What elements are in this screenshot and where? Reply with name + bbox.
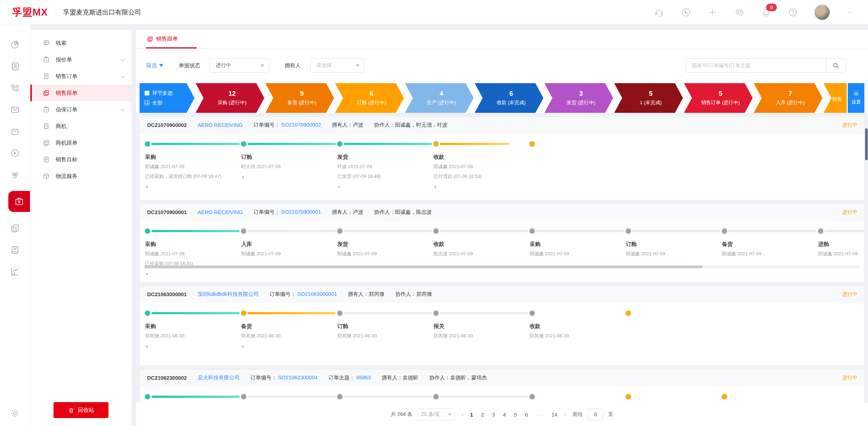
stage-arrow-备货 (进行中)[interactable]: 9备货 (进行中): [265, 83, 334, 113]
stage-all-label[interactable]: 全部: [152, 100, 162, 106]
sidebar-item-销售订单[interactable]: 销售订单: [30, 68, 132, 85]
search-input[interactable]: [686, 58, 826, 73]
rail-item-compass[interactable]: [10, 148, 21, 158]
timeline-segment: [825, 230, 864, 232]
pagination-bar: 共 264 条 20 条/页 ‹ 123456···14 › 前往 页: [136, 403, 868, 426]
step-expand-caret[interactable]: ▼: [145, 272, 241, 276]
clipboard-dollar-icon: $: [43, 56, 50, 63]
plus-icon[interactable]: [707, 7, 718, 17]
timeline-step-采购: 采购阳诚鑫 2021-07-09: [530, 229, 626, 257]
order-topic-link[interactable]: 95863: [356, 375, 371, 380]
stage-arrow-收款 (未完成)[interactable]: 6收款 (未完成): [475, 83, 543, 113]
step-expand-caret[interactable]: ▼: [241, 344, 337, 349]
sidebar-item-销售跟单[interactable]: 销售跟单: [30, 85, 132, 101]
rail-item-sitemap[interactable]: [10, 82, 21, 93]
rail-item-briefcase-dollar-active[interactable]: $: [8, 191, 30, 212]
phone-circle-icon[interactable]: [681, 7, 691, 17]
stage-arrow-订舱 (进行中)[interactable]: 6订舱 (进行中): [335, 83, 404, 113]
stage-arrow-发货 (进行中)[interactable]: 3发货 (进行中): [544, 83, 613, 113]
stage-arrow-销售订单 (进行中)[interactable]: 5销售订单 (进行中): [684, 83, 753, 113]
page-number-14[interactable]: 14: [551, 412, 557, 418]
stage-arrow-生产 (进行中)[interactable]: 4生产 (进行中): [405, 83, 474, 113]
timeline-segment: [151, 396, 240, 398]
goto-page-input[interactable]: [588, 408, 603, 421]
rail-item-pie-chart[interactable]: [10, 39, 21, 50]
recycle-bin-button[interactable]: 回收站: [54, 402, 108, 418]
stage-arrow-入库 (进行中)[interactable]: 7入库 (进行中): [754, 83, 822, 113]
prev-page-button[interactable]: ‹: [460, 411, 465, 418]
page-size-select[interactable]: 20 条/页: [417, 408, 455, 421]
stage-arrow-采购 (进行中)[interactable]: 12采购 (进行中): [196, 83, 264, 113]
sidebar-item-信保订单[interactable]: $信保订单: [30, 101, 132, 118]
order-card-list: DC21070900002AERO RECEIVING订单编号：SO210709…: [136, 113, 868, 403]
step-expand-caret[interactable]: ▼: [241, 175, 337, 179]
customer-link[interactable]: 深圳kdkdkdk科技有限公司: [198, 291, 259, 298]
sidebar-item-线索[interactable]: 线索: [30, 35, 132, 51]
owner-select[interactable]: 请选择: [310, 58, 364, 73]
vertical-scrollbar-thumb[interactable]: [865, 128, 868, 160]
rail-item-network[interactable]: [10, 169, 21, 180]
order-number-link[interactable]: SO21070900002: [281, 122, 321, 128]
rail-item-contacts[interactable]: [10, 61, 21, 72]
chevron-down-icon: [120, 107, 125, 111]
rail-item-book[interactable]: [10, 244, 21, 255]
stage-arrow-销售[interactable]: 销售: [824, 83, 847, 113]
sidebar-item-商机[interactable]: 商机: [30, 118, 132, 135]
rail-item-mail[interactable]: [10, 104, 21, 115]
step-expand-caret[interactable]: ▼: [145, 185, 241, 189]
app-shell: $ 线索$报价单销售订单销售跟单$信保订单商机商机跟单销售目标物流服务 回收站 …: [0, 25, 868, 426]
step-expand-caret[interactable]: ▼: [337, 185, 433, 189]
timeline-dot: [337, 229, 342, 234]
sidebar-item-报价单[interactable]: $报价单: [30, 51, 132, 68]
step-person-date: 阳诚鑫 2021-07-09: [241, 251, 337, 257]
filter-toggle[interactable]: 筛选: [146, 62, 163, 69]
rail-item-documents[interactable]: [10, 223, 21, 234]
status-select[interactable]: 进行中: [210, 58, 269, 73]
order-card-header: DC21070900001AERO RECEIVING订单编号：SO210709…: [140, 204, 864, 221]
settings-gear-icon[interactable]: [0, 408, 30, 418]
page-number-3[interactable]: 3: [492, 412, 495, 418]
sidebar-item-销售目标[interactable]: 销售目标: [30, 151, 132, 168]
step-name: 进舱: [818, 241, 864, 248]
order-number-link[interactable]: SO21062300004: [278, 375, 318, 380]
timeline-dot: [145, 394, 150, 399]
timeline-dot: [818, 229, 823, 234]
timeline-dot: [337, 311, 342, 316]
bell-icon[interactable]: 9: [761, 7, 771, 17]
step-expand-caret[interactable]: ▼: [145, 344, 241, 349]
order-number-link[interactable]: SO21070900001: [281, 209, 321, 215]
customer-link[interactable]: AERO RECEIVING: [198, 122, 243, 128]
timeline-dot: [530, 394, 535, 399]
page-number-2[interactable]: 2: [481, 412, 484, 418]
next-page-button[interactable]: ›: [563, 411, 568, 418]
order-number-link[interactable]: SO21063000001: [297, 291, 337, 297]
stage-count: 4: [440, 90, 443, 97]
question-icon[interactable]: [788, 7, 798, 17]
sidebar-item-物流服务[interactable]: 物流服务: [30, 168, 132, 184]
user-avatar[interactable]: [814, 5, 830, 20]
page-number-4[interactable]: 4: [503, 412, 506, 418]
trash-icon: [68, 406, 74, 413]
customer-link[interactable]: 花火科技有限公司: [198, 374, 240, 381]
stage-multiselect-block[interactable]: 环节多选 全部: [140, 83, 194, 113]
horizontal-scrollbar-thumb[interactable]: [144, 265, 702, 268]
horizontal-scrollbar[interactable]: [144, 265, 860, 268]
headset-icon[interactable]: [654, 7, 664, 17]
search-button[interactable]: [826, 58, 846, 73]
chevron-down-icon[interactable]: [846, 9, 854, 16]
checkbox-icon[interactable]: [145, 91, 149, 95]
timeline-dot: [145, 141, 150, 146]
rail-item-growth-chart[interactable]: [10, 266, 21, 277]
stage-settings-button[interactable]: 设置: [848, 83, 864, 113]
stage-label: 备货 (进行中): [287, 99, 316, 106]
stage-arrow-1 (未完成)[interactable]: 51 (未完成): [614, 83, 683, 113]
page-number-1[interactable]: 1: [470, 412, 473, 418]
history-icon[interactable]: [734, 7, 744, 17]
page-number-6[interactable]: 6: [525, 412, 528, 418]
sidebar-item-商机跟单[interactable]: 商机跟单: [30, 135, 132, 151]
step-expand-caret[interactable]: ▼: [433, 185, 530, 189]
page-number-5[interactable]: 5: [514, 412, 517, 418]
customer-link[interactable]: AERO RECEIVING: [198, 209, 243, 215]
rail-item-shopping-bag[interactable]: [10, 126, 21, 137]
tab-sales-tracking[interactable]: 销售跟单: [146, 35, 197, 48]
